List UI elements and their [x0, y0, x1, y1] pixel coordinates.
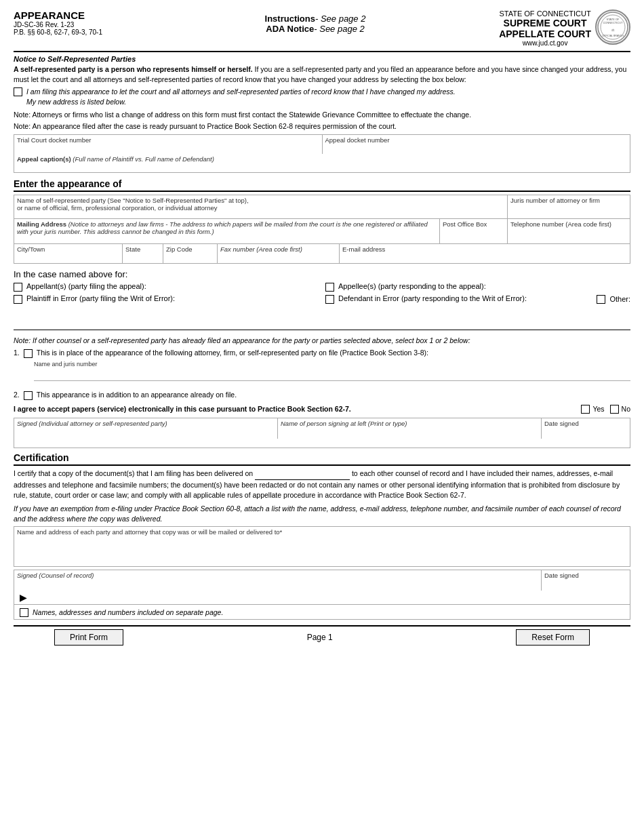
practice-book: P.B. §§ 60-8, 62-7, 69-3, 70-1	[14, 28, 149, 36]
email-label: E-mail address	[342, 245, 627, 253]
defendant-error-row: Defendant in Error (party responding to …	[319, 294, 630, 304]
no-checkbox[interactable]	[610, 405, 619, 414]
defendant-error-label: Defendant in Error (party responding to …	[338, 294, 527, 302]
zip-cell: Zip Code	[163, 244, 218, 263]
delivery-box: Name and address of each party and attor…	[14, 526, 630, 567]
name-sign-label: Name of person signing at left (Print or…	[281, 420, 538, 427]
address-change-checkbox-line: I am filing this appearance to let the c…	[14, 87, 630, 106]
separate-page-checkbox[interactable]	[20, 608, 28, 617]
mailing-row: Mailing Address (Notice to attorneys and…	[14, 218, 630, 243]
state-label: State	[125, 245, 160, 253]
delivery-label: Name and address of each party and attor…	[17, 528, 627, 536]
bottom-bar: Print Form Page 1 Reset Form	[14, 625, 630, 648]
separate-page-line: Names, addresses and numbers included on…	[14, 605, 630, 620]
name-sign-cell: Name of person signing at left (Print or…	[278, 418, 542, 439]
yes-checkbox[interactable]	[581, 405, 590, 414]
address-change-checkbox[interactable]	[14, 87, 22, 96]
state-cell: State	[123, 244, 163, 263]
fax-cell: Fax number (Area code first)	[218, 244, 340, 263]
address-row: City/Town State Zip Code Fax number (Are…	[14, 243, 630, 264]
header: APPEARANCE JD-SC-36 Rev. 1-23 P.B. §§ 60…	[14, 9, 630, 47]
form-number: JD-SC-36 Rev. 1-23	[14, 21, 149, 28]
header-divider	[14, 51, 630, 52]
city-label: City/Town	[17, 245, 119, 253]
court1-label: SUPREME COURT	[499, 18, 591, 28]
no-label: No	[622, 405, 630, 413]
appellee-label: Appellee(s) (party responding to the app…	[338, 282, 486, 290]
plaintiff-error-item: Plaintiff in Error (party filing the Wri…	[14, 294, 319, 304]
trial-docket-label: Trial Court docket number	[17, 136, 319, 144]
address-change-label: I am filing this appearance to let the c…	[26, 87, 456, 106]
plaintiff-error-checkbox[interactable]	[14, 295, 22, 304]
case-named-label: In the case named above for:	[14, 269, 630, 279]
item1-row: 1. This is in place of the appearance of…	[14, 349, 630, 358]
cert-italic: If you have an exemption from e-filing u…	[14, 504, 630, 523]
email-cell: E-mail address	[340, 244, 630, 263]
name-sub: or name of official, firm, professional …	[17, 204, 504, 212]
header-center: Instructions- See page 2 ADA Notice- See…	[149, 9, 481, 34]
signed-label: Signed (Individual attorney or self-repr…	[17, 420, 275, 427]
other-item: Other:	[597, 294, 630, 304]
appellant-label: Appellant(s) (party filing the appeal):	[26, 282, 146, 290]
ada-line: ADA Notice- See page 2	[149, 24, 481, 34]
svg-text:OFFICIAL BRANCH: OFFICIAL BRANCH	[602, 35, 624, 37]
name-label: Name of self-represented party (See "Not…	[17, 197, 504, 204]
other-checkbox[interactable]	[597, 295, 605, 304]
appellee-item: Appellee(s) (party responding to the app…	[319, 282, 630, 292]
page: APPEARANCE JD-SC-36 Rev. 1-23 P.B. §§ 60…	[0, 0, 644, 834]
counsel-sign-bottom: ▶	[14, 591, 630, 605]
sign-bottom	[14, 439, 630, 448]
court-info: STATE OF CONNECTICUT SUPREME COURT APPEL…	[499, 9, 591, 47]
appellant-checkbox[interactable]	[14, 283, 22, 292]
reset-button[interactable]: Reset Form	[516, 629, 590, 646]
svg-point-0	[598, 12, 628, 42]
certification-heading: Certification	[14, 452, 630, 466]
agree-row: I agree to accept papers (service) elect…	[14, 404, 630, 414]
other-label: Other:	[609, 295, 630, 303]
item2-text: This appearance is in addition to an app…	[37, 391, 237, 399]
court2-label: APPELLATE COURT	[499, 28, 591, 39]
plaintiff-error-label: Plaintiff in Error (party filing the Wri…	[26, 294, 175, 302]
appellant-item: Appellant(s) (party filing the appeal):	[14, 282, 319, 292]
docket-row: Trial Court docket number Appeal docket …	[14, 134, 630, 154]
counsel-sign-cell: Signed (Counsel of record)	[14, 570, 542, 591]
court-seal: STATE OF CONNECTICUT ⚖ OFFICIAL BRANCH	[595, 9, 630, 45]
item1-checkbox[interactable]	[24, 349, 33, 358]
agree-text: I agree to accept papers (service) elect…	[14, 405, 576, 413]
appellee-checkbox[interactable]	[325, 283, 334, 292]
tel-label: Telephone number (Area code first)	[510, 220, 627, 228]
yes-label: Yes	[592, 405, 604, 413]
item1-sub: Name and juris number	[34, 361, 630, 381]
city-cell: City/Town	[14, 244, 123, 263]
mailing-label: Mailing Address (Notice to attorneys and…	[17, 220, 437, 235]
state-label: STATE OF CONNECTICUT	[499, 9, 591, 18]
svg-text:⚖: ⚖	[611, 28, 615, 32]
note-italic: Note: If other counsel or a self-represe…	[14, 336, 630, 346]
item1-text: This is in place of the appearance of th…	[37, 349, 428, 357]
enter-appearance-heading: Enter the appearance of	[14, 178, 630, 192]
zip-label: Zip Code	[166, 245, 214, 253]
caption-label: Appeal caption(s) (Full name of Plaintif…	[17, 155, 627, 163]
spacer1	[14, 306, 630, 327]
fax-label: Fax number (Area code first)	[220, 245, 336, 253]
trial-docket-cell: Trial Court docket number	[14, 135, 323, 154]
notice-title: Notice to Self-Represented Parties	[14, 55, 630, 63]
note2: Note: An appearance filed after the case…	[14, 121, 630, 132]
page-number: Page 1	[307, 633, 333, 642]
website-label: www.jud.ct.gov	[499, 39, 591, 47]
arrow-icon: ▶	[20, 592, 27, 603]
print-button[interactable]: Print Form	[54, 629, 123, 646]
appeal-docket-label: Appeal docket number	[325, 136, 628, 144]
header-right: STATE OF CONNECTICUT SUPREME COURT APPEL…	[481, 9, 630, 47]
mailing-cell: Mailing Address (Notice to attorneys and…	[14, 219, 440, 243]
defendant-error-checkbox[interactable]	[325, 295, 334, 304]
item2-checkbox[interactable]	[24, 391, 33, 400]
date-sign-cell: Date signed	[542, 418, 630, 439]
tel-cell: Telephone number (Area code first)	[508, 219, 630, 243]
party-row-1: Appellant(s) (party filing the appeal): …	[14, 282, 630, 292]
name-cell: Name of self-represented party (See "Not…	[14, 195, 508, 218]
notice-body: A self-represented party is a person who…	[14, 64, 630, 84]
appeal-docket-cell: Appeal docket number	[323, 135, 630, 154]
item1-number: 1.	[14, 349, 20, 357]
juris-cell: Juris number of attorney or firm	[508, 195, 630, 218]
